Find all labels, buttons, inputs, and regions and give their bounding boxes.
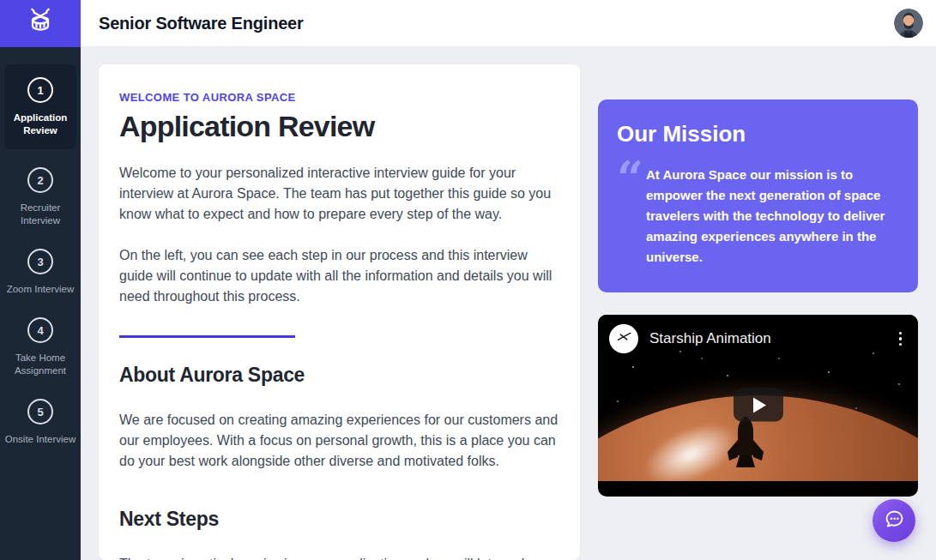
eyebrow-label: WELCOME TO AURORA SPACE	[119, 91, 559, 104]
starship-silhouette	[721, 414, 770, 471]
page-title: Senior Software Engineer	[99, 14, 304, 33]
topbar: Senior Software Engineer	[0, 0, 936, 47]
video-header: Starship Animation	[598, 315, 918, 363]
video-title: Starship Animation	[649, 330, 771, 347]
step-label: Onsite Interview	[4, 433, 76, 446]
intro-paragraph-2: On the left, you can see each step in ou…	[119, 245, 559, 307]
right-column: Our Mission “ At Aurora Space our missio…	[598, 64, 918, 560]
step-label: Zoom Interview	[4, 283, 76, 296]
user-avatar[interactable]	[894, 9, 923, 38]
mission-card: Our Mission “ At Aurora Space our missio…	[598, 99, 918, 292]
guide-card: WELCOME TO AURORA SPACE Application Revi…	[99, 64, 580, 560]
steps-sidebar: 1 Application Review 2 Recruiter Intervi…	[0, 47, 81, 560]
mission-title: Our Mission	[617, 121, 899, 148]
section-title: Application Review	[119, 110, 559, 143]
about-heading: About Aurora Space	[119, 364, 559, 387]
play-icon	[753, 397, 766, 412]
next-steps-paragraph: The team is actively reviewing your appl…	[119, 554, 559, 560]
sidebar-step-recruiter-interview[interactable]: 2 Recruiter Interview	[0, 156, 81, 238]
quote-icon: “	[617, 158, 646, 268]
company-logo[interactable]	[0, 0, 81, 47]
next-steps-heading: Next Steps	[119, 508, 559, 531]
play-button[interactable]	[734, 388, 783, 422]
step-label: Take Home Assignment	[4, 352, 76, 377]
step-number-badge: 3	[27, 249, 53, 274]
sidebar-step-onsite-interview[interactable]: 5 Onsite Interview	[0, 388, 81, 456]
sidebar-step-take-home-assignment[interactable]: 4 Take Home Assignment	[0, 306, 81, 388]
about-paragraph: We are focused on creating amazing exper…	[119, 410, 559, 472]
app-root: Senior Software Engineer 1 Application R…	[0, 0, 936, 560]
step-label: Recruiter Interview	[4, 202, 76, 227]
step-number-badge: 4	[27, 317, 53, 343]
stars-decoration	[598, 315, 600, 316]
accent-divider	[119, 335, 295, 338]
sidebar-step-application-review[interactable]: 1 Application Review	[4, 64, 76, 149]
channel-avatar[interactable]	[609, 324, 638, 353]
kebab-menu-icon[interactable]	[894, 328, 908, 350]
video-player[interactable]: Starship Animation	[598, 315, 918, 497]
chat-fab-button[interactable]	[873, 499, 915, 542]
step-label: Application Review	[9, 111, 72, 137]
x-swoosh-icon	[615, 328, 632, 349]
mission-quote-row: “ At Aurora Space our mission is to empo…	[617, 156, 899, 268]
intro-paragraph-1: Welcome to your personalized interactive…	[119, 163, 559, 225]
mission-quote-text: At Aurora Space our mission is to empowe…	[646, 156, 899, 268]
chat-bubble-icon	[883, 508, 906, 533]
drum-icon	[25, 6, 56, 40]
step-number-badge: 5	[27, 399, 53, 425]
main-shell: 1 Application Review 2 Recruiter Intervi…	[0, 47, 936, 560]
step-number-badge: 1	[27, 77, 53, 103]
content-area: WELCOME TO AURORA SPACE Application Revi…	[81, 47, 936, 560]
step-number-badge: 2	[27, 167, 53, 193]
sidebar-step-zoom-interview[interactable]: 3 Zoom Interview	[0, 238, 81, 306]
